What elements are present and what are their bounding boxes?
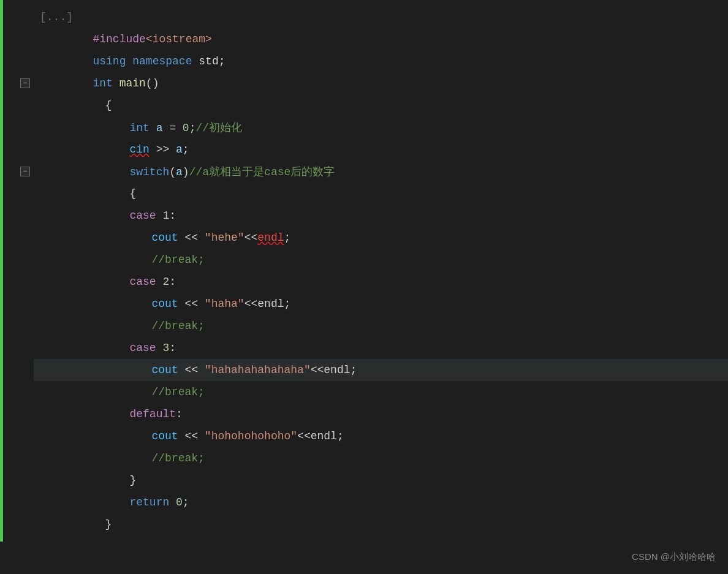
line-23: return 0; [34,491,728,513]
std: std [199,55,218,67]
fold-switch[interactable]: − [20,167,30,176]
line-4: − int main() [34,72,728,94]
line-21: //break; [34,447,728,469]
green-bar [0,0,3,542]
func-main: main [119,77,146,89]
line-8: − switch(a)//a就相当于是case后的数字 [34,160,728,183]
code-area: [...] #include<iostream> using namespace… [34,6,728,535]
watermark: CSDN @小刘哈哈哈 [632,551,716,563]
code-editor: [...] #include<iostream> using namespace… [0,0,728,542]
fold-main[interactable]: − [20,78,30,88]
line-24: } [34,513,728,535]
